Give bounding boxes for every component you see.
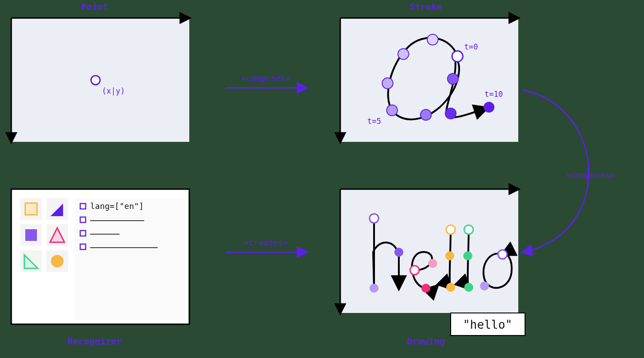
stroke-point-icon [446,283,455,292]
stroke-start-icon [498,250,507,259]
point-title: Point [81,1,108,12]
stroke-point-icon [480,281,489,290]
drawing-title: Drawing [407,336,445,347]
stroke-pt-2 [398,49,409,59]
stroke-pt-3 [382,78,393,89]
drawing-canvas [340,189,518,313]
stroke-pt-5 [420,109,431,120]
stroke-pt-0 [452,51,463,62]
stroke-point-icon [445,251,454,260]
shape-square-solid-icon [25,229,37,241]
stroke-t5: t=5 [367,117,381,126]
drawing-output: "hello" [463,318,512,331]
recognizer-title: Recognizer [68,336,122,347]
stroke-point-icon [428,259,437,268]
drawing-panel: Drawing [340,189,525,347]
point-marker [91,76,100,85]
shape-circle-icon [51,255,64,267]
stroke-point-icon [370,284,379,293]
svg-rect-6 [74,198,185,320]
rel-creates: «creates» [244,238,288,247]
recognizer-options: lang=["en"] [74,198,185,320]
rel-composes-1: «composes» [242,73,290,83]
stroke-point-icon [394,248,403,257]
stroke-point-icon [421,284,430,293]
stroke-pt-6 [448,73,458,84]
point-coord-label: (x|y) [102,86,125,95]
stroke-pt-8 [484,102,494,113]
stroke-start-icon [464,225,473,234]
point-panel: Point (x|y) [11,1,189,142]
stroke-t10: t=10 [484,90,503,99]
stroke-start-icon [370,214,379,223]
svg-rect-1 [46,198,68,220]
stroke-title: Stroke [410,1,442,12]
shape-square-outline-icon [25,203,37,215]
stroke-t0: t=0 [464,42,478,51]
stroke-pt-7 [445,108,456,119]
stroke-start-icon [410,266,419,275]
stroke-point-icon [463,251,472,260]
rel-composes-2: «composes» [566,170,615,180]
stroke-panel: Stroke t=0 t=5 t=10 [340,1,518,142]
stroke-start-icon [446,225,455,234]
recognizer-option-1: lang=["en"] [90,201,144,211]
stroke-point-icon [464,283,473,292]
stroke-pt-4 [387,105,397,116]
stroke-pt-1 [427,34,438,45]
recognizer-panel: Recognizer lang=["en"] [11,189,189,347]
